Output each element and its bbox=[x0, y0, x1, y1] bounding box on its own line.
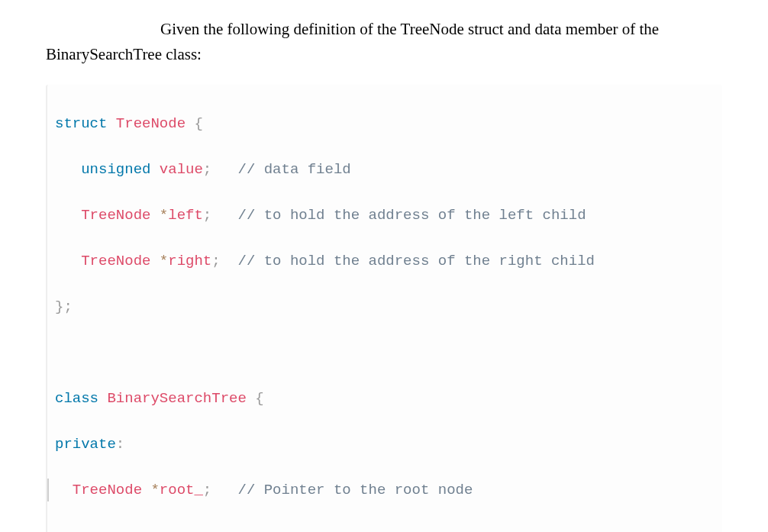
semi: ; bbox=[203, 207, 211, 224]
semi: ; bbox=[203, 161, 211, 178]
code-line-5: }; bbox=[47, 295, 722, 318]
field-left: left bbox=[168, 207, 203, 224]
star-op: * bbox=[160, 207, 168, 224]
intro-paragraph: Given the following definition of the Tr… bbox=[46, 17, 722, 66]
code-line-6 bbox=[47, 341, 722, 364]
intro-line-1: Given the following definition of the Tr… bbox=[46, 17, 722, 42]
code-line-3: TreeNode *left; // to hold the address o… bbox=[47, 204, 722, 227]
type-bst: BinarySearchTree bbox=[107, 390, 246, 407]
keyword-struct: struct bbox=[55, 115, 107, 132]
code-line-2: unsigned value; // data field bbox=[47, 158, 722, 181]
keyword-unsigned: unsigned bbox=[81, 161, 150, 178]
brace-open: { bbox=[194, 115, 202, 132]
type-treenode: TreeNode bbox=[81, 207, 150, 224]
type-treenode: TreeNode bbox=[116, 115, 186, 132]
code-line-1: struct TreeNode { bbox=[47, 112, 722, 135]
type-treenode: TreeNode bbox=[81, 253, 150, 269]
brace-open: { bbox=[255, 390, 263, 407]
page-content: Given the following definition of the Tr… bbox=[0, 0, 768, 532]
star-op: * bbox=[150, 482, 159, 498]
field-value: value bbox=[160, 161, 203, 178]
semi: ; bbox=[211, 253, 220, 269]
comment-data-field: // data field bbox=[237, 161, 350, 178]
comment-root: // Pointer to the root node bbox=[237, 482, 473, 498]
code-line-7: class BinarySearchTree { bbox=[47, 387, 722, 410]
brace-close: }; bbox=[55, 298, 73, 315]
keyword-private: private bbox=[55, 436, 116, 453]
field-right: right bbox=[168, 253, 211, 269]
keyword-class: class bbox=[55, 390, 98, 407]
comment-left: // to hold the address of the left child bbox=[237, 207, 586, 224]
semi: ; bbox=[203, 482, 211, 498]
code-line-9: TreeNode *root_; // Pointer to the root … bbox=[47, 479, 722, 501]
intro-line-2: BinarySearchTree class: bbox=[46, 45, 202, 63]
code-block: struct TreeNode { unsigned value; // dat… bbox=[46, 85, 722, 532]
code-line-4: TreeNode *right; // to hold the address … bbox=[47, 250, 722, 272]
code-line-8: private: bbox=[47, 433, 722, 456]
field-root: root_ bbox=[160, 482, 203, 498]
comment-right: // to hold the address of the right chil… bbox=[237, 253, 594, 269]
star-op: * bbox=[160, 253, 168, 269]
colon: : bbox=[116, 436, 124, 453]
type-treenode: TreeNode bbox=[73, 482, 142, 498]
